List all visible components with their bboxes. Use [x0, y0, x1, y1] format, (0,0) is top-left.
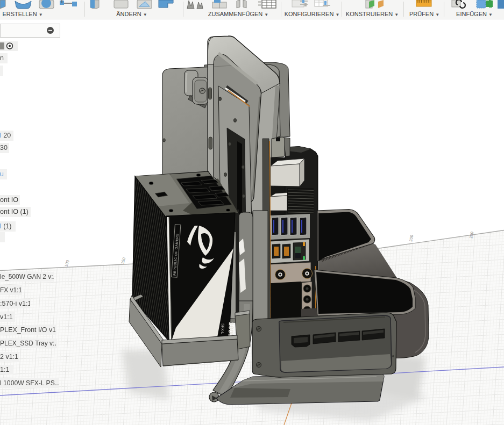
svg-text:200: 200	[408, 234, 414, 242]
svg-text:SFX-L: SFX-L	[221, 323, 225, 334]
svg-text:100: 100	[63, 260, 70, 268]
svg-text:150: 150	[120, 257, 126, 264]
